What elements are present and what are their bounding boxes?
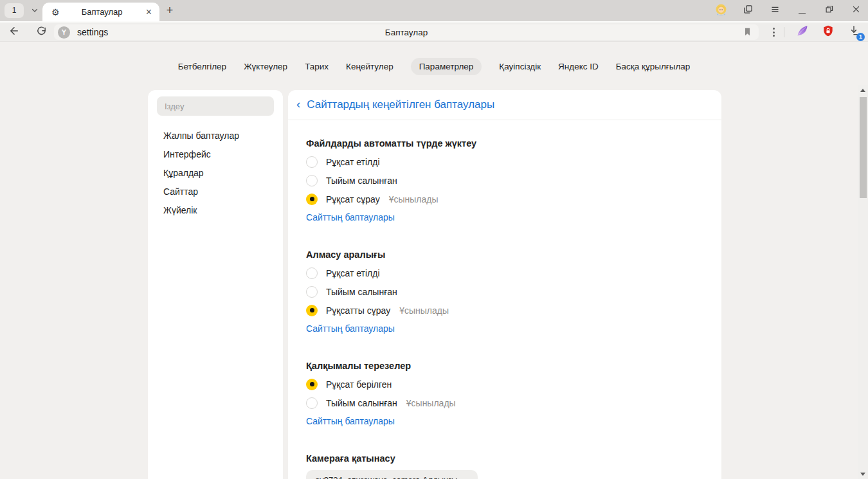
toolbar-right-icons: 1 (766, 24, 862, 41)
panel-content: Файлдарды автоматты түрде жүктеу Рұқсат … (288, 137, 721, 479)
close-tab-icon[interactable]: × (145, 6, 153, 18)
radio-option[interactable]: Рұқсатты сұрау Ұсынылады (306, 301, 703, 320)
section-clipboard: Алмасу аралығы Рұқсат етілді Тыйым салын… (306, 248, 703, 335)
page-scrollbar[interactable] (858, 85, 868, 479)
option-label: Рұқсат етілді (326, 157, 380, 167)
radio-group: Рұқсат етілді Тыйым салынған Рұқсат сұра… (306, 152, 703, 208)
tab-downloads[interactable]: Жүктеулер (244, 58, 287, 75)
tab-counter-button[interactable]: 1 (5, 3, 24, 18)
radio-option[interactable]: Тыйым салынған Ұсынылады (306, 393, 703, 412)
tab-settings[interactable]: Параметрлер (411, 58, 482, 75)
radio-option[interactable]: Тыйым салынған (306, 171, 703, 190)
download-count-badge: 1 (856, 33, 865, 41)
sidebar-item-system[interactable]: Жүйелік (148, 201, 283, 220)
settings-main-panel: ‹ Сайттардың кеңейтілген баптаулары Файл… (288, 90, 721, 479)
feather-icon (796, 24, 809, 40)
scroll-down-arrow-icon[interactable] (860, 473, 865, 476)
radio-option[interactable]: Рұқсат етілді (306, 264, 703, 282)
radio-selected-icon[interactable] (306, 379, 318, 390)
radio-selected-icon[interactable] (306, 194, 318, 205)
option-label: Тыйым салынған (326, 287, 397, 297)
radio-unselected-icon[interactable] (306, 397, 318, 409)
recommended-note: Ұсынылады (399, 305, 449, 316)
radio-option[interactable]: Тыйым салынған (306, 282, 703, 301)
site-icon[interactable]: Y (58, 26, 70, 39)
section-popups: Қалқымалы терезелер Рұқсат берілген Тыйы… (306, 359, 703, 428)
tab-yandex-id[interactable]: Яндекс ID (558, 58, 599, 75)
feather-mode-button[interactable] (795, 24, 810, 40)
browser-toolbar: Y settings Баптаулар (0, 21, 868, 42)
more-options-button[interactable] (766, 28, 781, 37)
sidebar-item-general[interactable]: Жалпы баптаулар (148, 127, 283, 145)
radio-group: Рұқсат берілген Тыйым салынған Ұсынылады (306, 375, 703, 412)
scroll-up-arrow-icon[interactable] (860, 89, 865, 92)
tab-title: Баптаулар (60, 7, 145, 17)
bookmark-flag-icon[interactable] (742, 26, 753, 40)
profile-avatar[interactable] (715, 5, 727, 17)
section-title: Камераға қатынасу (306, 452, 703, 465)
radio-unselected-icon[interactable] (306, 267, 318, 279)
restore-button[interactable] (823, 5, 835, 17)
tab-extensions[interactable]: Кеңейтулер (346, 58, 393, 75)
search-input[interactable] (157, 96, 274, 116)
section-camera-access: Камераға қатынасу ov9734_azurewave_camer… (306, 452, 703, 479)
sidebar-item-sites[interactable]: Сайттар (148, 183, 283, 201)
tab-panel-button[interactable] (742, 5, 754, 17)
camera-device-select[interactable]: ov9734_azurewave_camera Алдыңғы ⌄ (306, 470, 478, 479)
downloads-button[interactable]: 1 (846, 24, 862, 40)
section-auto-download: Файлдарды автоматты түрде жүктеу Рұқсат … (306, 137, 703, 224)
section-title: Файлдарды автоматты түрде жүктеу (306, 137, 703, 150)
settings-page: Бетбелгілер Жүктеулер Тарих Кеңейтулер П… (0, 42, 868, 479)
option-label: Рұқсат берілген (326, 379, 392, 390)
reload-button[interactable] (35, 26, 48, 39)
shield-lock-icon (822, 24, 835, 40)
section-title: Қалқымалы терезелер (306, 359, 703, 372)
browser-tab-settings[interactable]: ⚙ Баптаулар × (42, 3, 159, 21)
radio-unselected-icon[interactable] (306, 156, 318, 168)
settings-nav-tabs: Бетбелгілер Жүктеулер Тарих Кеңейтулер П… (0, 58, 868, 75)
new-tab-button[interactable]: + (162, 3, 177, 19)
menu-button[interactable] (769, 5, 781, 17)
tabs-panel-icon (743, 4, 754, 17)
radio-selected-icon[interactable] (306, 305, 318, 316)
gear-icon: ⚙ (51, 7, 60, 17)
sidebar-item-interface[interactable]: Интерфейс (148, 145, 283, 164)
sidebar-list: Жалпы баптаулар Интерфейс Құралдар Сайтт… (148, 127, 283, 220)
address-url[interactable]: settings (77, 27, 108, 37)
radio-option[interactable]: Рұқсат берілген (306, 375, 703, 393)
recommended-note: Ұсынылады (406, 398, 456, 408)
section-title: Алмасу аралығы (306, 248, 703, 261)
tab-bookmarks[interactable]: Бетбелгілер (178, 58, 226, 75)
tab-security[interactable]: Қауіпсіздік (499, 58, 541, 75)
option-label: Рұқсатты сұрау (326, 305, 390, 316)
avatar-icon (715, 3, 727, 18)
radio-option[interactable]: Рұқсат етілді (306, 152, 703, 171)
option-label: Рұқсат сұрау (326, 194, 380, 204)
protect-button[interactable] (820, 24, 836, 40)
close-icon (851, 5, 861, 17)
tab-other-devices[interactable]: Басқа құрылғылар (616, 58, 691, 75)
page-title[interactable]: Сайттардың кеңейтілген баптаулары (307, 98, 494, 111)
back-button[interactable] (8, 26, 21, 39)
toolbar-divider (784, 27, 784, 37)
site-settings-link[interactable]: Сайттың баптаулары (306, 211, 395, 224)
minimize-button[interactable] (796, 5, 808, 17)
radio-unselected-icon[interactable] (306, 286, 318, 298)
address-bar[interactable]: Y settings Баптаулар (54, 24, 759, 40)
sidebar-item-tools[interactable]: Құралдар (148, 164, 283, 183)
scrollbar-thumb[interactable] (860, 97, 867, 198)
tab-history[interactable]: Тарих (305, 58, 329, 75)
back-chevron-icon[interactable]: ‹ (296, 97, 303, 113)
tab-list-chevron-button[interactable] (26, 3, 43, 18)
radio-unselected-icon[interactable] (306, 175, 318, 186)
site-settings-link[interactable]: Сайттың баптаулары (306, 415, 395, 428)
hamburger-icon (770, 5, 780, 17)
radio-option[interactable]: Рұқсат сұрау Ұсынылады (306, 190, 703, 208)
back-arrow-icon (8, 25, 20, 39)
option-label: Тыйым салынған (326, 176, 397, 186)
site-settings-link[interactable]: Сайттың баптаулары (306, 322, 395, 335)
recommended-note: Ұсынылады (389, 194, 439, 204)
option-label: Тыйым салынған (326, 398, 397, 408)
settings-sidebar: Жалпы баптаулар Интерфейс Құралдар Сайтт… (148, 90, 283, 479)
close-window-button[interactable] (850, 5, 862, 17)
